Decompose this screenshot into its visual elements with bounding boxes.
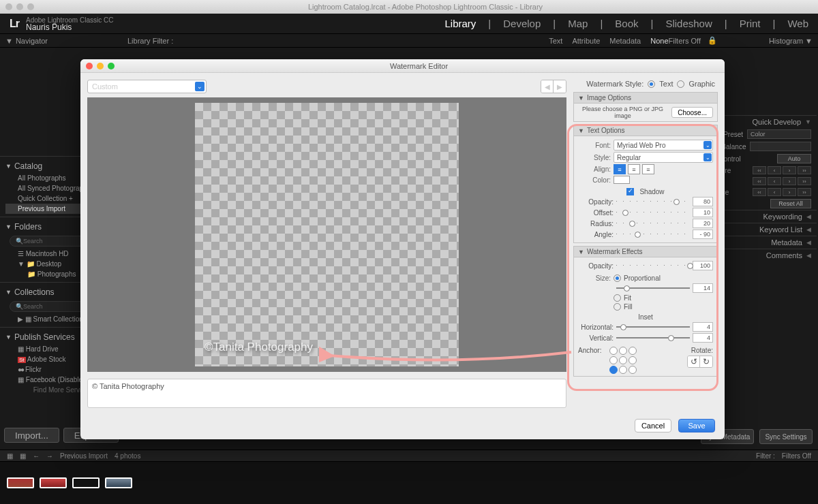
import-button[interactable]: Import... — [4, 428, 59, 443]
rotate-label: Rotate: — [687, 347, 713, 354]
wm-opacity-value[interactable]: 100 — [693, 261, 713, 270]
prev-image-button[interactable]: ◀ — [541, 80, 554, 93]
font-style-select[interactable]: Regular⌄ — [614, 152, 713, 163]
module-print[interactable]: Print — [740, 18, 761, 29]
size-value[interactable]: 14 — [693, 283, 713, 293]
anchor-mc[interactable] — [619, 356, 627, 364]
module-library[interactable]: Library — [444, 18, 476, 29]
anchor-tl[interactable] — [609, 347, 618, 355]
dialog-max[interactable] — [108, 63, 115, 69]
shadow-radius-slider[interactable] — [616, 219, 690, 227]
anchor-tr[interactable] — [628, 347, 637, 355]
watermark-style-label: Watermark Style: — [586, 80, 643, 88]
shadow-radius-value[interactable]: 20 — [693, 219, 713, 228]
anchor-bl[interactable] — [609, 366, 618, 374]
navigator-label[interactable]: Navigator — [16, 37, 48, 45]
style-text-radio[interactable] — [648, 80, 655, 88]
watermark-preset-select[interactable]: Custom⌄ — [87, 80, 207, 93]
app-logo: Lr — [10, 18, 19, 30]
shadow-offset-slider[interactable] — [616, 208, 690, 217]
module-web[interactable]: Web — [787, 18, 808, 29]
traffic-min[interactable] — [16, 3, 23, 10]
cancel-button[interactable]: Cancel — [635, 419, 671, 432]
prev-icon[interactable]: ← — [33, 452, 40, 460]
shadow-angle-slider[interactable] — [616, 230, 690, 238]
shadow-opacity-slider[interactable] — [616, 198, 690, 206]
anchor-mr[interactable] — [628, 356, 637, 364]
size-fit-radio[interactable] — [614, 294, 621, 302]
shadow-offset-value[interactable]: 10 — [693, 208, 713, 217]
size-slider[interactable] — [616, 284, 690, 292]
app-header: Lr Adobe Lightroom Classic CC Nauris Puk… — [0, 14, 818, 34]
align-center-button[interactable]: ≡ — [628, 164, 640, 174]
thumbnail[interactable] — [105, 477, 132, 488]
align-right-button[interactable]: ≡ — [642, 164, 654, 174]
filmstrip-filters-off[interactable]: Filters Off — [782, 452, 811, 460]
chevron-down-icon: ⌄ — [195, 82, 204, 91]
image-options-header[interactable]: ▼Image Options — [573, 92, 718, 104]
module-develop[interactable]: Develop — [503, 18, 541, 29]
anchor-br[interactable] — [628, 366, 637, 374]
filmstrip-breadcrumb[interactable]: Previous Import — [60, 452, 108, 460]
style-graphic-radio[interactable] — [677, 80, 684, 88]
filters-off[interactable]: Filters Off — [669, 37, 701, 45]
wm-opacity-slider[interactable] — [616, 262, 690, 270]
traffic-max[interactable] — [27, 3, 34, 10]
save-button[interactable]: Save — [678, 419, 715, 432]
shadow-opacity-value[interactable]: 80 — [693, 197, 713, 206]
rotate-cw-button[interactable]: ↻ — [700, 356, 712, 367]
anchor-grid — [609, 347, 637, 374]
watermark-effects-header[interactable]: ▼Watermark Effects — [573, 246, 718, 257]
mac-window-title: Lightroom Catalog.lrcat - Adobe Photosho… — [38, 3, 813, 11]
anchor-bc[interactable] — [619, 366, 627, 374]
color-swatch[interactable] — [614, 176, 630, 184]
shadow-angle-value[interactable]: - 90 — [693, 230, 713, 239]
watermark-text-input[interactable]: © Tanita Photography — [87, 379, 566, 408]
filmstrip-count: 4 photos — [115, 452, 140, 460]
filter-none[interactable]: None — [650, 37, 668, 45]
filter-attribute[interactable]: Attribute — [572, 37, 600, 45]
histogram-label[interactable]: Histogram — [769, 37, 803, 45]
filter-metadata[interactable]: Metadata — [609, 37, 641, 45]
auto-tone-button[interactable]: Auto — [777, 154, 811, 163]
size-proportional-radio[interactable] — [614, 274, 621, 282]
thumbnail[interactable] — [40, 477, 67, 488]
filmstrip — [0, 462, 818, 504]
thumbnail[interactable] — [7, 477, 34, 488]
traffic-close[interactable] — [5, 3, 12, 10]
module-map[interactable]: Map — [568, 18, 588, 29]
module-book[interactable]: Book — [615, 18, 638, 29]
wb-select[interactable] — [750, 142, 811, 151]
lock-icon[interactable]: 🔒 — [708, 36, 717, 45]
watermark-preview-text: ©Tanita Photography — [204, 341, 313, 354]
dialog-min[interactable] — [97, 63, 104, 69]
thumbnail[interactable] — [72, 477, 100, 488]
font-select[interactable]: Myriad Web Pro⌄ — [614, 140, 713, 151]
anchor-ml[interactable] — [609, 356, 618, 364]
shadow-checkbox[interactable] — [626, 188, 634, 195]
sync-settings-button[interactable]: Sync Settings — [759, 429, 813, 444]
choose-image-button[interactable]: Choose... — [671, 107, 713, 118]
inset-v-value[interactable]: 4 — [693, 333, 713, 343]
rotate-ccw-button[interactable]: ↺ — [688, 356, 700, 367]
dialog-close[interactable] — [86, 63, 93, 69]
next-image-button[interactable]: ▶ — [554, 80, 566, 93]
next-icon[interactable]: → — [46, 452, 53, 460]
image-options-hint: Please choose a PNG or JPG image — [578, 106, 667, 119]
inset-h-value[interactable]: 4 — [693, 322, 713, 332]
module-slideshow[interactable]: Slideshow — [665, 18, 712, 29]
inset-v-slider[interactable] — [616, 334, 690, 342]
preset-select[interactable]: Color — [747, 129, 811, 139]
text-options-header[interactable]: ▼Text Options — [573, 125, 718, 136]
filter-text[interactable]: Text — [549, 37, 562, 45]
view-toggle-icon[interactable]: ▦ — [7, 452, 13, 460]
filmstrip-toolbar: ▦ ▦ ← → Previous Import 4 photos Filter … — [0, 450, 818, 462]
reset-all-button[interactable]: Reset All — [770, 199, 811, 208]
grid-icon[interactable]: ▦ — [20, 452, 26, 460]
align-left-button[interactable]: ≡ — [614, 164, 626, 174]
anchor-tc[interactable] — [619, 347, 627, 355]
inset-h-slider[interactable] — [616, 323, 690, 331]
size-fill-radio[interactable] — [614, 303, 621, 311]
identity-plate: Adobe Lightroom Classic CC Nauris Pukis — [26, 16, 113, 31]
filmstrip-filter-label: Filter : — [756, 452, 775, 460]
